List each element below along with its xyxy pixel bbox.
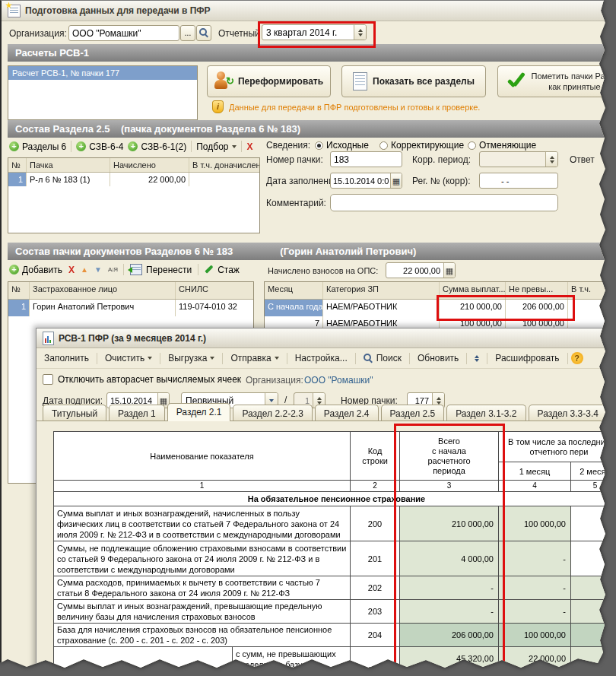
row-205-m2[interactable] [571,647,616,676]
updown-sort-icon[interactable] [470,355,484,362]
ops-input[interactable]: 22 000,00 ▦ [386,262,456,278]
reg-number-input[interactable]: - - [479,173,558,189]
persons-table-row[interactable]: 1 Горин Анатолий Петрович 119-074-010 32 [8,300,253,316]
row-203-m2[interactable] [571,600,616,624]
spinner-arrows-icon[interactable] [545,152,557,167]
row-202-m1[interactable]: - [499,576,571,600]
packs-table[interactable]: № Пачка Начислено В т.ч. доначислено 1 Р… [8,157,260,233]
tab-razdel3-cut[interactable]: Раздел 3 [610,405,616,421]
row-201-total[interactable]: 4 000,00 [400,541,499,576]
settings-button[interactable]: Настройка... [291,353,352,363]
separator [487,353,487,364]
row-204-m2[interactable] [571,624,616,647]
row-203-m1[interactable]: - [499,600,571,624]
organization-label: Организация: [9,28,67,39]
fill-date-input[interactable]: 15.10.2014 0:0 ▦ [330,173,402,189]
plus-icon: + [76,141,86,151]
tab-razdel21[interactable]: Раздел 2.1 [167,403,231,421]
tab-razdel3132[interactable]: Раздел 3.1-3.2 [446,405,526,421]
transfer-button[interactable]: Перенести [130,264,192,275]
screenshot-stage: Подготовка данных для передачи в ПФР Орг… [0,0,616,676]
radio-korrekt[interactable]: Корректирующие [379,140,464,151]
report-period-spinner[interactable]: 3 квартал 2014 г. [262,24,367,40]
tab-razdel1[interactable]: Раздел 1 [109,405,165,421]
search-button[interactable]: Поиск [359,353,406,363]
rw-organization-link[interactable]: ООО "Ромашки" [304,375,373,386]
add-szv64-button[interactable]: +СЗВ-6-4 [76,141,123,152]
organization-input[interactable]: ООО "Ромашки" [68,25,179,41]
rsv-list-item[interactable]: Расчет РСВ-1, № пачки 177 [8,66,197,80]
unload-button[interactable]: Выгрузка [164,353,219,363]
row-201-m2[interactable] [571,541,616,576]
organization-picker-button[interactable]: ... [180,25,195,41]
table-row-200: Сумма выплат и иных вознаграждений, начи… [54,506,616,541]
row-200-name: Сумма выплат и иных вознаграждений, начи… [54,506,351,541]
organization-search-button[interactable] [196,25,211,41]
separator [409,353,410,364]
podbor-button[interactable]: Подбор [196,141,237,152]
decode-button[interactable]: Расшифровать [491,353,564,363]
dropdown-icon [232,145,237,148]
help-icon[interactable]: ? [571,352,583,364]
row-205-code: 205 [351,647,400,676]
reform-button[interactable]: ↻ Переформировать [207,65,331,97]
delete-icon[interactable]: X [246,141,252,152]
refresh-button[interactable]: Обновить [413,353,463,363]
svedeniya-label: Сведения: [266,140,310,151]
add-person-button[interactable]: +Добавить [9,265,62,275]
add-szv612-button[interactable]: +СЗВ-6-1(2) [128,141,186,152]
row-200-m1[interactable]: 100 000,00 [499,506,571,541]
row-205-total[interactable]: 45 320,00 [400,647,499,676]
move-down-icon[interactable]: ▼ [94,265,102,274]
persons-table-header: № Застрахованное лицо СНИЛС [8,282,253,300]
row-200-m2[interactable] [571,506,616,541]
separator [198,264,198,275]
separator [287,353,287,364]
delete-icon[interactable]: X [68,265,75,275]
report-window-title: РСВ-1 ПФР (за 9 месяцев 2014 г.) [59,333,206,344]
autocalc-checkbox[interactable]: Отключить авторасчет вычисляемых ячеек [43,374,241,385]
tab-razdel25[interactable]: Раздел 2.5 [381,405,445,421]
months-table-row[interactable]: С начала года НАЕМ/РАБОТНИК 210 000,00 2… [265,300,614,316]
checkbox-icon [43,374,53,385]
row-205-m1[interactable]: 22 000,00 [499,647,571,676]
row-204-total[interactable]: 206 000,00 [400,624,499,647]
row-201-m1[interactable]: - [499,541,571,576]
tab-razdel2223[interactable]: Раздел 2.2-2.3 [233,405,312,421]
spinner-arrows-icon[interactable] [354,25,366,40]
row-204-m1[interactable]: 100 000,00 [499,624,571,647]
row-202-total[interactable]: - [400,576,499,600]
info-icon: i [212,100,224,113]
add-sections6-button[interactable]: +Разделы 6 [9,141,66,152]
tab-razdel3334[interactable]: Раздел 3.3-3.4 [529,405,608,421]
send-button[interactable]: Отправка [226,353,283,363]
tab-razdel24[interactable]: Раздел 2.4 [315,405,379,421]
months-table[interactable]: Месяц Категория ЗП Сумма выплат... Не пр… [264,281,614,333]
row-203-total[interactable]: - [400,600,499,624]
sort-icon[interactable]: А↓Я [108,266,117,273]
radio-ishodnye[interactable]: Исходные [315,140,369,151]
section25-toolbar: +Разделы 6 +СЗВ-6-4 +СЗВ-6-1(2) Подбор X [9,141,253,152]
row-200-total[interactable]: 210 000,00 [400,506,499,541]
pack-number-input[interactable]: 183 [330,151,402,167]
calculator-icon[interactable]: ▦ [443,263,455,278]
move-up-icon[interactable]: ▲ [81,265,88,274]
fill-button[interactable]: Заполнить [40,353,94,363]
search-icon [364,354,373,363]
clear-button[interactable]: Очистить [100,353,157,363]
comment-input[interactable] [330,194,558,211]
radio-icon [379,141,388,150]
row-202-m2[interactable] [571,576,616,600]
show-all-sections-button[interactable]: Показать все разделы [341,65,486,97]
tab-titulny[interactable]: Титульный [43,405,106,421]
staj-button[interactable]: Стаж [205,265,240,275]
pack6-section-header: Состав пачки документов Разделов 6 № 183… [8,243,616,260]
packs-table-row[interactable]: 1 Р-л 6 № 183 (1) 22 000,00 [8,173,259,186]
mark-accepted-button[interactable]: Пометить пачки Раз как принятые П [497,65,616,97]
rsv-list[interactable]: Расчет РСВ-1, № пачки 177 [8,65,198,120]
calendar-icon[interactable]: ▦ [390,173,402,188]
radio-otmen[interactable]: Отменяющие [468,140,536,151]
table-row-204: База для начисления страховых взносов на… [54,624,616,647]
korr-period-spinner[interactable] [479,151,558,167]
info-text: Данные для передачи в ПФР подготовлены и… [229,103,480,112]
